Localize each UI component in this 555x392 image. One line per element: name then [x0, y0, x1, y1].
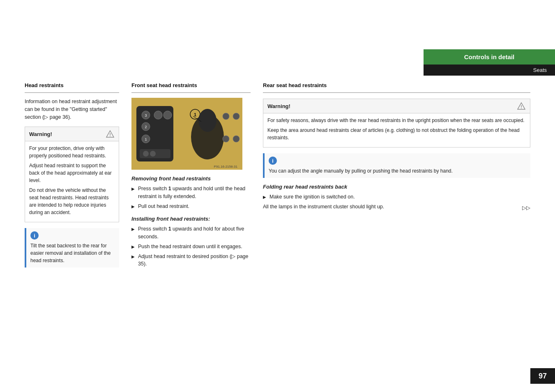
svg-text:2: 2: [145, 125, 147, 129]
left-warning-icon: !: [106, 129, 115, 138]
left-warning-point-3: Do not drive the vehicle without the sea…: [29, 187, 115, 216]
svg-point-22: [223, 136, 229, 142]
installing-title: Installing front head restraints:: [131, 216, 251, 222]
page-number-text: 97: [539, 372, 547, 380]
removing-step-1: ▶ Press switch 1 upwards and hold until …: [131, 185, 251, 201]
removing-title: Removing front head restraints: [131, 175, 251, 182]
right-info-icon: i: [269, 157, 277, 165]
arrow-icon-2: ▶: [131, 203, 135, 210]
svg-text:3: 3: [145, 113, 147, 118]
left-info-text: Tilt the seat backrest to the rear for e…: [30, 242, 115, 264]
right-warning-header: Warning! !: [263, 99, 530, 113]
right-warning-point-1: For safety reasons, always drive with th…: [267, 117, 526, 124]
left-section-title: Head restraints: [25, 82, 119, 88]
right-divider: [263, 92, 530, 93]
middle-column: Front seat head restraints 3 2 1 1: [131, 82, 251, 359]
svg-text:P91.16-2158-31: P91.16-2158-31: [214, 165, 238, 168]
svg-point-20: [223, 113, 229, 120]
installing-step-2: ▶ Push the head restraint down until it …: [131, 243, 251, 251]
middle-divider: [131, 92, 251, 93]
right-warning-box: Warning! ! For safety reasons, always dr…: [263, 99, 530, 148]
right-info-text: You can adjust the angle manually by pul…: [269, 167, 526, 175]
continue-arrow: ▷▷: [522, 205, 530, 211]
svg-text:1: 1: [194, 112, 196, 117]
middle-section-title: Front seat head restraints: [131, 82, 251, 88]
folding-step-1-text: Make sure the ignition is switched on.: [269, 193, 355, 201]
left-warning-body: For your protection, drive only with pro…: [25, 141, 119, 222]
svg-point-7: [164, 111, 172, 119]
folding-body-text: All the lamps in the instrument cluster …: [263, 203, 384, 211]
removing-step-2-text: Pull out head restraint.: [138, 203, 189, 210]
right-info-box: i You can adjust the angle manually by p…: [263, 153, 530, 178]
left-warning-title: Warning!: [29, 131, 52, 137]
folding-step-1: ▶ Make sure the ignition is switched on.: [263, 193, 530, 201]
controls-label: Controls in detail: [464, 53, 515, 60]
svg-text:!: !: [520, 104, 522, 109]
right-info-header: i: [269, 157, 526, 165]
svg-text:1: 1: [145, 137, 147, 141]
seat-diagram: 3 2 1 1: [131, 98, 242, 170]
left-warning-box: Warning! ! For your protection, drive on…: [25, 127, 119, 222]
header-bar: Controls in detail Seats: [424, 49, 555, 76]
left-divider: [25, 92, 119, 93]
left-warning-header: Warning! !: [25, 127, 119, 141]
removing-step-2: ▶ Pull out head restraint.: [131, 203, 251, 210]
svg-point-19: [150, 151, 156, 157]
left-warning-point-2: Adjust head restraint to support the bac…: [29, 162, 115, 184]
right-warning-title: Warning!: [267, 103, 290, 109]
svg-point-18: [143, 151, 149, 157]
left-info-box: i Tilt the seat backrest to the rear for…: [25, 228, 119, 267]
svg-point-6: [154, 111, 162, 119]
svg-text:!: !: [109, 132, 111, 137]
arrow-icon-6: ▶: [263, 194, 266, 201]
right-warning-body: For safety reasons, always drive with th…: [263, 113, 530, 147]
folding-text-row: All the lamps in the instrument cluster …: [263, 203, 530, 211]
left-column: Head restraints Information on head rest…: [25, 82, 119, 359]
arrow-icon-1: ▶: [131, 186, 135, 201]
right-warning-icon: !: [517, 101, 526, 111]
arrow-icon-3: ▶: [131, 226, 135, 241]
controls-header: Controls in detail: [424, 49, 555, 65]
right-column: Rear seat head restraints Warning! ! For…: [263, 82, 530, 359]
seats-label: Seats: [533, 67, 547, 73]
arrow-icon-4: ▶: [131, 244, 135, 251]
left-info-header: i: [30, 231, 115, 240]
left-info-icon: i: [30, 231, 39, 240]
left-intro-text: Information on head restraint adjustment…: [25, 98, 119, 121]
installing-step-3: ▶ Adjust head restraint to desired posit…: [131, 253, 251, 268]
left-warning-point-1: For your protection, drive only with pro…: [29, 145, 115, 159]
installing-step-3-text: Adjust head restraint to desired positio…: [138, 253, 251, 268]
main-content: Head restraints Information on head rest…: [25, 82, 530, 359]
installing-step-2-text: Push the head restraint down until it en…: [138, 243, 242, 251]
installing-step-1: ▶ Press switch 1 upwards and hold for ab…: [131, 225, 251, 241]
seats-header: Seats: [424, 65, 555, 76]
page-number: 97: [530, 368, 555, 384]
right-section-title: Rear seat head restraints: [263, 82, 530, 88]
folding-title: Folding rear head restraints back: [263, 184, 530, 190]
svg-point-15: [198, 109, 216, 132]
svg-point-21: [233, 113, 240, 120]
removing-step-1-text: Press switch 1 upwards and hold until th…: [138, 185, 251, 201]
right-warning-point-2: Keep the area around head restraints cle…: [267, 127, 526, 141]
arrow-icon-5: ▶: [131, 254, 135, 268]
installing-step-1-text: Press switch 1 upwards and hold for abou…: [138, 225, 251, 241]
svg-point-23: [233, 136, 240, 142]
